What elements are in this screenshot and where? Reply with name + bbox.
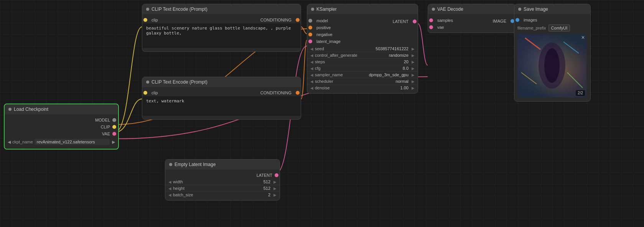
vae-out-label: IMAGE: [493, 19, 506, 23]
param-denoise-right[interactable]: ▶: [412, 86, 415, 90]
height-arrow-right[interactable]: ▶: [273, 186, 277, 191]
width-label: width: [173, 179, 262, 184]
filename-prefix-value[interactable]: ComfyUI: [548, 25, 570, 31]
empty-latent-title: Empty Latent Image: [175, 162, 216, 167]
batch-value: 2: [268, 192, 270, 197]
ksampler-model-label: model: [316, 18, 328, 23]
clip1-in-port[interactable]: [143, 18, 147, 22]
ksampler-out-port[interactable]: [413, 20, 417, 23]
param-sampler_name-right[interactable]: ▶: [412, 73, 415, 77]
width-arrow-right[interactable]: ▶: [273, 180, 277, 184]
ksampler-model-port[interactable]: [308, 19, 312, 23]
ksampler-latent-port[interactable]: [308, 39, 312, 43]
height-value: 512: [264, 186, 270, 191]
param-seed-label: seed: [315, 46, 374, 51]
image-preview: ✕ 2/2: [517, 34, 586, 97]
height-label: height: [173, 186, 262, 191]
clip2-in-port[interactable]: [143, 91, 147, 95]
vae-port[interactable]: [112, 132, 116, 136]
height-arrow-left[interactable]: ◀: [168, 186, 171, 191]
ckpt-label: ckpt_name: [12, 140, 33, 144]
param-steps-left[interactable]: ◀: [310, 60, 313, 64]
load-checkpoint-node: Load Checkpoint MODEL CLIP VAE ◀ ckpt_na…: [4, 104, 119, 150]
ksampler-denoise-row: ◀ denoise 1.00 ▶: [307, 85, 418, 91]
param-denoise-left[interactable]: ◀: [310, 86, 313, 90]
ksampler-out-label: LATENT: [393, 19, 408, 24]
clip1-out-port[interactable]: [296, 18, 300, 22]
save-image-header: Save Image: [514, 4, 590, 14]
save-image-node: Save Image images filename_prefix ComfyU…: [514, 4, 591, 102]
param-steps-value: 20: [404, 59, 408, 64]
param-sampler_name-label: sampler_name: [315, 72, 367, 77]
batch-arrow-right[interactable]: ▶: [273, 193, 277, 197]
param-scheduler-left[interactable]: ◀: [310, 79, 313, 84]
ckpt-arrow-right[interactable]: ▶: [112, 140, 115, 145]
ksampler-negative-label: negative: [316, 32, 333, 37]
clip2-status-dot: [146, 81, 149, 84]
save-image-title: Save Image: [524, 7, 548, 12]
batch-label: batch_size: [173, 192, 267, 197]
clip2-header: CLIP Text Encode (Prompt): [142, 77, 301, 87]
clip2-out-label: CONDITIONING: [260, 90, 292, 95]
ksampler-cfg-row: ◀ cfg 8.0 ▶: [307, 65, 418, 72]
ksampler-seed-row: ◀ seed 50385774161222 ▶: [307, 46, 418, 52]
param-seed-right[interactable]: ▶: [412, 47, 415, 51]
ksampler-control_after_generate-row: ◀ control_after_generate randomize ▶: [307, 52, 418, 59]
preview-close[interactable]: ✕: [581, 35, 585, 40]
clip1-text[interactable]: [142, 23, 301, 48]
save-image-dot: [518, 8, 521, 11]
width-value: 512: [264, 179, 270, 184]
param-cfg-right[interactable]: ▶: [412, 66, 415, 71]
clip2-out-port[interactable]: [296, 91, 300, 95]
param-steps-right[interactable]: ▶: [412, 60, 415, 64]
batch-arrow-left[interactable]: ◀: [168, 193, 171, 197]
model-port[interactable]: [112, 118, 116, 122]
vae-vae-label: vae: [437, 25, 444, 30]
ksampler-positive-label: positive: [316, 25, 331, 30]
param-cfg-label: cfg: [315, 66, 401, 71]
param-seed-left[interactable]: ◀: [310, 47, 313, 51]
vae-samples-port[interactable]: [429, 18, 433, 22]
empty-latent-node: Empty Latent Image LATENT ◀ width 512 ▶ …: [165, 159, 280, 201]
param-seed-value: 50385774161222: [376, 46, 408, 51]
param-control_after_generate-value: randomize: [389, 53, 408, 58]
save-images-port[interactable]: [516, 18, 519, 22]
param-denoise-value: 1.00: [400, 86, 408, 90]
latent-out-port[interactable]: [275, 173, 278, 177]
vae-decode-node: VAE Decode samples vae IMAGE: [428, 4, 516, 33]
param-control_after_generate-label: control_after_generate: [315, 53, 387, 58]
param-control_after_generate-left[interactable]: ◀: [310, 53, 313, 58]
ksampler-negative-port[interactable]: [308, 33, 312, 36]
ksampler-latent-label: latent_image: [316, 39, 341, 44]
vae-samples-label: samples: [437, 18, 453, 23]
ksampler-params: ◀ seed 50385774161222 ▶ ◀ control_after_…: [307, 46, 418, 91]
clip-port[interactable]: [112, 125, 116, 129]
latent-out-label: LATENT: [257, 173, 272, 178]
ksampler-steps-row: ◀ steps 20 ▶: [307, 59, 418, 65]
ckpt-value[interactable]: revAnimated_v122.safetensors: [35, 139, 110, 145]
param-sampler_name-left[interactable]: ◀: [310, 73, 313, 77]
clip-label: CLIP: [101, 125, 110, 129]
param-scheduler-value: normal: [395, 79, 408, 84]
ksampler-positive-port[interactable]: [308, 26, 312, 30]
node-status-dot: [8, 108, 12, 111]
param-cfg-value: 8.0: [403, 66, 408, 71]
param-scheduler-right[interactable]: ▶: [412, 79, 415, 84]
ckpt-arrow-left[interactable]: ◀: [8, 140, 11, 145]
param-cfg-left[interactable]: ◀: [310, 66, 313, 71]
svg-point-4: [544, 48, 560, 83]
clip-output-row: CLIP: [5, 123, 118, 130]
vae-label: VAE: [102, 132, 110, 136]
width-arrow-left[interactable]: ◀: [168, 180, 171, 184]
clip1-status-dot: [146, 8, 149, 11]
clip2-text[interactable]: [142, 96, 301, 116]
param-denoise-label: denoise: [315, 86, 399, 90]
clip2-in-label: clip: [152, 90, 158, 95]
clip1-header: CLIP Text Encode (Prompt): [142, 4, 301, 14]
vae-decode-title: VAE Decode: [437, 7, 463, 12]
param-control_after_generate-right[interactable]: ▶: [412, 53, 415, 58]
vae-vae-port[interactable]: [429, 25, 433, 29]
ksampler-node: KSampler model positive negative la: [307, 4, 418, 94]
ksampler-title: KSampler: [316, 7, 337, 12]
height-param-row: ◀ height 512 ▶: [165, 185, 280, 192]
